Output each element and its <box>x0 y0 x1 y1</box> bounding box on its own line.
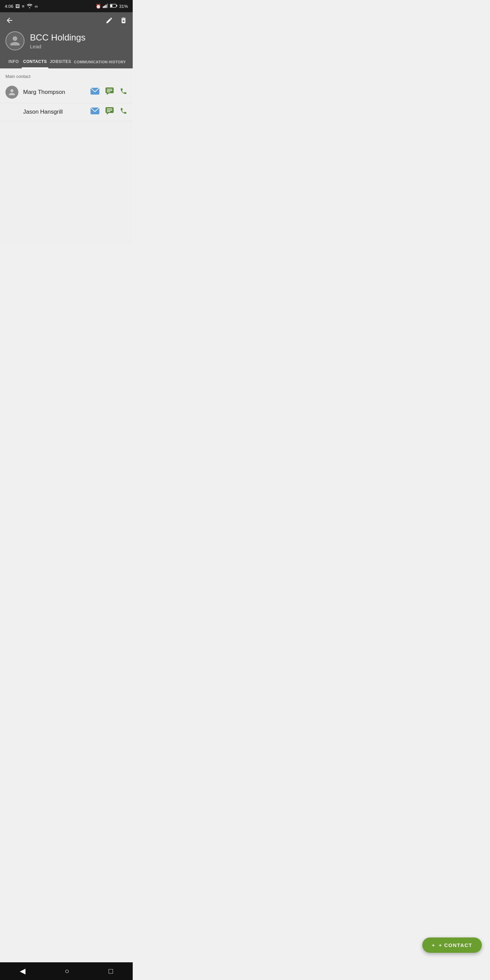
status-left: 4:06 🖼 ≡ ∞ <box>5 3 38 9</box>
section-label: Main contact <box>0 74 133 82</box>
tabs-bar: INFO CONTACTS JOBSITES COMMUNICATION HIS… <box>5 56 127 68</box>
header: BCC Holdings Lead INFO CONTACTS JOBSITES… <box>0 12 133 68</box>
alarm-icon: ⏰ <box>95 4 101 9</box>
sms-icon-marg[interactable] <box>105 88 114 97</box>
battery-percent: 31% <box>119 4 128 9</box>
company-info: BCC Holdings Lead <box>30 32 86 49</box>
wifi-icon <box>27 3 33 9</box>
phone-icon-marg[interactable] <box>120 88 127 97</box>
contact-row-jason: Jason Hansgrill <box>0 103 133 121</box>
svg-rect-5 <box>116 5 118 6</box>
photo-icon: 🖼 <box>15 4 20 9</box>
contact-row-main: Marg Thompson <box>0 82 133 103</box>
status-right: ⏰ 31% <box>95 3 128 9</box>
voicemail-icon: ∞ <box>35 4 38 9</box>
phone-icon-jason[interactable] <box>120 107 127 117</box>
svg-marker-9 <box>107 93 109 95</box>
svg-rect-1 <box>104 5 105 8</box>
company-row: BCC Holdings Lead <box>5 31 127 50</box>
svg-rect-6 <box>110 5 112 7</box>
email-icon-marg[interactable] <box>91 88 99 97</box>
contact-actions-marg <box>91 88 127 97</box>
email-icon-jason[interactable] <box>91 108 99 116</box>
header-toolbar <box>5 16 127 27</box>
tab-contacts[interactable]: CONTACTS <box>22 56 48 68</box>
svg-rect-0 <box>103 6 104 8</box>
svg-marker-15 <box>107 113 109 115</box>
delete-button[interactable] <box>120 17 127 26</box>
back-button[interactable] <box>5 16 14 27</box>
contact-name-jason: Jason Hansgrill <box>5 108 91 115</box>
svg-rect-3 <box>107 3 108 8</box>
contact-avatar-marg <box>5 86 18 99</box>
tab-jobsites[interactable]: JOBSITES <box>48 56 73 68</box>
status-bar: 4:06 🖼 ≡ ∞ ⏰ 31% <box>0 0 133 12</box>
company-avatar <box>5 31 24 50</box>
edit-button[interactable] <box>105 17 113 26</box>
signal-icon <box>103 3 108 9</box>
tab-info[interactable]: INFO <box>5 56 22 68</box>
battery-icon <box>110 4 118 9</box>
content-area: Main contact Marg Thompson <box>0 68 133 245</box>
company-name: BCC Holdings <box>30 32 86 43</box>
status-time: 4:06 <box>5 4 13 9</box>
svg-rect-2 <box>105 5 107 8</box>
company-type: Lead <box>30 43 86 49</box>
contact-name-marg: Marg Thompson <box>23 89 91 95</box>
sms-icon-jason[interactable] <box>105 107 114 117</box>
contact-actions-jason <box>91 107 127 117</box>
tab-communication[interactable]: COMMUNICATION HISTORY <box>73 56 127 68</box>
header-actions <box>105 17 127 26</box>
description-icon: ≡ <box>22 4 24 9</box>
